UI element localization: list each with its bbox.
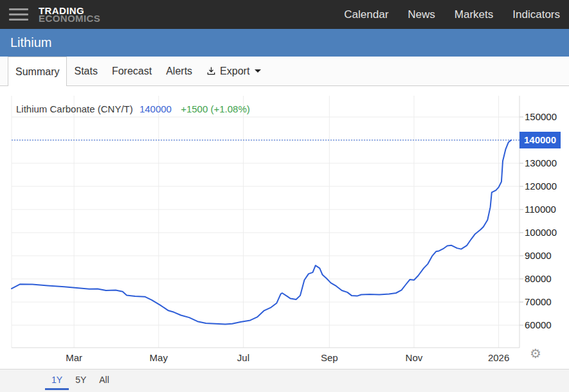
tab-label: Alerts bbox=[166, 57, 192, 85]
instrument-name: Lithium Carbonate (CNY/T) bbox=[16, 103, 133, 114]
tab-label: Forecast bbox=[112, 57, 152, 85]
tab-alerts[interactable]: Alerts bbox=[159, 57, 199, 85]
gear-icon[interactable]: ⚙ bbox=[530, 346, 541, 361]
y-axis-label: 60000 bbox=[525, 319, 552, 330]
price-line-chart[interactable]: 6000070000800009000010000011000012000013… bbox=[0, 86, 569, 369]
y-axis-label: 80000 bbox=[525, 273, 552, 284]
tab-bar: SummaryStatsForecastAlertsExport bbox=[0, 57, 569, 86]
y-axis-label: 70000 bbox=[525, 296, 552, 307]
tab-summary[interactable]: Summary bbox=[8, 57, 67, 86]
x-axis-label: 2026 bbox=[488, 352, 509, 363]
top-navigation-bar: TRADING ECONOMICS CalendarNewsMarketsInd… bbox=[0, 0, 569, 29]
y-axis-label: 90000 bbox=[525, 250, 552, 261]
hamburger-line bbox=[9, 13, 28, 15]
page-title: Lithium bbox=[10, 35, 51, 50]
tab-label: Export bbox=[220, 57, 249, 85]
y-axis-label: 110000 bbox=[525, 204, 556, 215]
last-price-badge: 140000 bbox=[519, 132, 561, 148]
hamburger-line bbox=[9, 8, 28, 10]
topnav-item-indicators[interactable]: Indicators bbox=[512, 8, 560, 21]
topnav-item-markets[interactable]: Markets bbox=[455, 8, 493, 21]
range-button-all[interactable]: All bbox=[93, 370, 116, 390]
tab-export[interactable]: Export bbox=[199, 57, 268, 85]
x-axis-label: Jul bbox=[237, 352, 249, 363]
price-value: 140000 bbox=[140, 103, 172, 114]
price-change: +1500 (+1.08%) bbox=[181, 103, 250, 114]
x-axis-label: Sep bbox=[321, 352, 338, 363]
range-button-1y[interactable]: 1Y bbox=[45, 370, 69, 390]
price-line bbox=[12, 140, 511, 325]
range-selector-bar: 1Y5YAll bbox=[0, 369, 569, 392]
chevron-down-icon bbox=[255, 69, 261, 73]
topnav-links: CalendarNewsMarketsIndicators bbox=[344, 8, 569, 21]
tab-label: Stats bbox=[74, 57, 97, 85]
logo-line2: ECONOMICS bbox=[39, 15, 100, 22]
topnav-item-calendar[interactable]: Calendar bbox=[344, 8, 388, 21]
chart-panel: Lithium Carbonate (CNY/T) 140000 +1500 (… bbox=[0, 86, 569, 369]
hamburger-line bbox=[9, 19, 28, 21]
trading-economics-logo[interactable]: TRADING ECONOMICS bbox=[39, 7, 100, 22]
hamburger-menu-icon[interactable] bbox=[9, 5, 28, 24]
tab-label: Summary bbox=[15, 57, 59, 86]
x-axis-label: Nov bbox=[406, 352, 423, 363]
range-button-5y[interactable]: 5Y bbox=[69, 370, 93, 390]
tab-stats[interactable]: Stats bbox=[67, 57, 104, 85]
page-title-bar: Lithium bbox=[0, 29, 569, 57]
tab-forecast[interactable]: Forecast bbox=[105, 57, 159, 85]
y-axis-label: 100000 bbox=[525, 227, 557, 238]
download-icon bbox=[206, 66, 216, 76]
y-axis-label: 120000 bbox=[525, 181, 557, 192]
topnav-item-news[interactable]: News bbox=[408, 8, 435, 21]
quote-line: Lithium Carbonate (CNY/T) 140000 +1500 (… bbox=[16, 103, 250, 114]
x-axis-label: May bbox=[150, 352, 168, 363]
y-axis-label: 150000 bbox=[525, 111, 557, 122]
y-axis-label: 130000 bbox=[525, 157, 557, 168]
x-axis-label: Mar bbox=[66, 352, 82, 363]
